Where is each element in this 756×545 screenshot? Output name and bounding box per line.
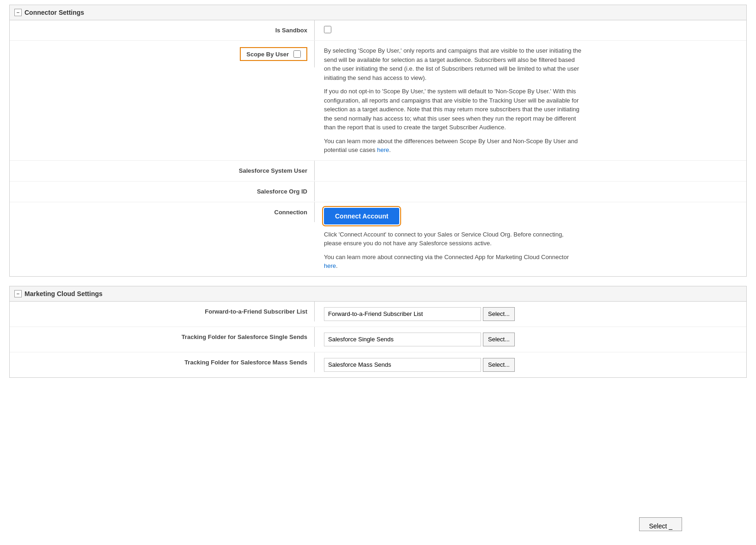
forward-friend-list-input-group: Select... xyxy=(324,307,737,321)
marketing-cloud-settings-section: − Marketing Cloud Settings Forward-to-a-… xyxy=(9,286,747,378)
is-sandbox-checkbox-wrapper xyxy=(324,26,331,33)
connector-settings-content: Is Sandbox Scope By User xyxy=(10,20,746,276)
connection-value: Connect Account Click 'Connect Account' … xyxy=(315,202,746,276)
mass-sends-select-button[interactable]: Select... xyxy=(483,358,515,372)
forward-friend-list-input[interactable] xyxy=(324,307,481,321)
marketing-cloud-settings-content: Forward-to-a-Friend Subscriber List Sele… xyxy=(10,302,746,377)
connection-para-1: Click 'Connect Account' to connect to yo… xyxy=(324,230,583,248)
scope-by-user-here-link[interactable]: here xyxy=(377,146,389,153)
single-sends-label: Tracking Folder for Salesforce Single Se… xyxy=(10,327,315,347)
salesforce-org-id-value xyxy=(315,182,746,202)
connector-settings-title: Connector Settings xyxy=(24,9,84,16)
marketing-cloud-settings-collapse-icon[interactable]: − xyxy=(14,290,22,297)
mass-sends-input-group: Select... xyxy=(324,358,737,372)
forward-friend-list-row: Forward-to-a-Friend Subscriber List Sele… xyxy=(10,302,746,327)
single-sends-row: Tracking Folder for Salesforce Single Se… xyxy=(10,327,746,352)
connector-settings-collapse-icon[interactable]: − xyxy=(14,9,22,16)
forward-friend-list-label: Forward-to-a-Friend Subscriber List xyxy=(10,302,315,321)
scope-by-user-para-2: If you do not opt-in to 'Scope By User,'… xyxy=(324,87,583,132)
salesforce-system-user-value xyxy=(315,161,746,181)
scope-by-user-para-3: You can learn more about the differences… xyxy=(324,137,583,155)
connection-row: Connection Connect Account Click 'Connec… xyxy=(10,202,746,276)
connector-settings-header: − Connector Settings xyxy=(10,5,746,20)
scope-by-user-label-cell: Scope By User xyxy=(10,41,315,67)
scope-by-user-row: Scope By User By selecting 'Scope By Use… xyxy=(10,41,746,161)
mass-sends-value: Select... xyxy=(315,352,746,377)
salesforce-system-user-row: Salesforce System User xyxy=(10,161,746,182)
salesforce-org-id-row: Salesforce Org ID xyxy=(10,182,746,202)
connector-settings-section: − Connector Settings Is Sandbox xyxy=(9,5,747,277)
forward-friend-list-select-button[interactable]: Select... xyxy=(483,307,515,321)
connection-para-2: You can learn more about connecting via … xyxy=(324,253,583,271)
salesforce-system-user-label: Salesforce System User xyxy=(10,161,315,181)
mass-sends-label: Tracking Folder for Salesforce Mass Send… xyxy=(10,352,315,372)
connect-account-button[interactable]: Connect Account xyxy=(324,208,399,224)
marketing-cloud-settings-header: − Marketing Cloud Settings xyxy=(10,286,746,302)
scope-by-user-para-1: By selecting 'Scope By User,' only repor… xyxy=(324,46,583,82)
bottom-select-button[interactable]: Select _ xyxy=(639,517,682,531)
scope-by-user-checkbox[interactable] xyxy=(293,50,301,58)
connection-here-link[interactable]: here xyxy=(324,262,336,269)
connection-label: Connection xyxy=(10,202,315,222)
scope-by-user-desc-text: By selecting 'Scope By User,' only repor… xyxy=(324,46,583,155)
single-sends-value: Select... xyxy=(315,327,746,352)
single-sends-select-button[interactable]: Select... xyxy=(483,333,515,346)
page-container: − Connector Settings Is Sandbox xyxy=(0,0,756,392)
forward-friend-list-value: Select... xyxy=(315,302,746,327)
is-sandbox-label: Is Sandbox xyxy=(10,20,315,40)
is-sandbox-checkbox[interactable] xyxy=(324,26,331,33)
single-sends-input[interactable] xyxy=(324,333,481,346)
bottom-select-area: Select _ xyxy=(639,517,682,531)
mass-sends-row: Tracking Folder for Salesforce Mass Send… xyxy=(10,352,746,377)
salesforce-org-id-label: Salesforce Org ID xyxy=(10,182,315,201)
mass-sends-input[interactable] xyxy=(324,358,481,372)
marketing-cloud-settings-title: Marketing Cloud Settings xyxy=(24,290,103,297)
is-sandbox-row: Is Sandbox xyxy=(10,20,746,41)
single-sends-input-group: Select... xyxy=(324,333,737,346)
is-sandbox-value xyxy=(315,20,746,40)
connection-desc-text: Click 'Connect Account' to connect to yo… xyxy=(324,230,583,271)
scope-by-user-description: By selecting 'Scope By User,' only repor… xyxy=(315,41,746,160)
scope-by-user-label: Scope By User xyxy=(246,51,289,58)
